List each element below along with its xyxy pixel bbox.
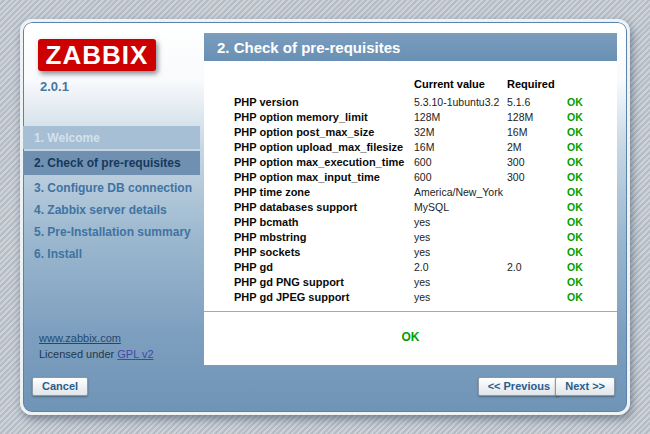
zabbix-logo: ZABBIX xyxy=(38,39,156,71)
cell-name: PHP gd xyxy=(234,261,414,273)
cancel-button[interactable]: Cancel xyxy=(32,377,88,396)
cell-name: PHP option upload_max_filesize xyxy=(234,141,414,153)
prerequisites-panel: Current value Required PHP version5.3.10… xyxy=(204,61,617,365)
prereq-row: PHP option upload_max_filesize16M2MOK xyxy=(204,139,617,154)
wizard-steps: 1. Welcome2. Check of pre-requisites3. C… xyxy=(23,126,200,265)
cell-name: PHP databases support xyxy=(234,201,414,213)
prereq-row: PHP time zoneAmerica/New_YorkOK xyxy=(204,184,617,199)
prereq-row: PHP bcmathyesOK xyxy=(204,214,617,229)
cell-name: PHP gd PNG support xyxy=(234,276,414,288)
cell-cur: MySQL xyxy=(414,201,507,213)
prereq-row: PHP version5.3.10-1ubuntu3.25.1.6OK xyxy=(204,94,617,109)
cell-st: OK xyxy=(567,156,617,168)
license-text: Licensed under xyxy=(39,348,117,360)
cell-name: PHP option max_execution_time xyxy=(234,156,414,168)
cell-st: OK xyxy=(567,201,617,213)
prereq-row: PHP gd2.02.0OK xyxy=(204,259,617,274)
step-title-bar: 2. Check of pre-requisites xyxy=(204,33,617,61)
page-title: 2. Check of pre-requisites xyxy=(217,39,400,56)
cell-req: 300 xyxy=(507,171,567,183)
cell-cur: 2.0 xyxy=(414,261,507,273)
sidebar-step-3: 3. Configure DB connection xyxy=(23,177,200,199)
cell-name: PHP version xyxy=(234,96,414,108)
prereq-row: PHP gd PNG supportyesOK xyxy=(204,274,617,289)
prereq-row: PHP option memory_limit128M128MOK xyxy=(204,109,617,124)
cell-name: PHP option post_max_size xyxy=(234,126,414,138)
cell-name: PHP time zone xyxy=(234,186,414,198)
next-button[interactable]: Next >> xyxy=(555,377,615,396)
cell-st: OK xyxy=(567,186,617,198)
cell-req: 2.0 xyxy=(507,261,567,273)
prereq-row: PHP gd JPEG supportyesOK xyxy=(204,289,617,304)
table-bottom-divider xyxy=(204,311,617,312)
cell-cur: yes xyxy=(414,216,507,228)
cell-st: OK xyxy=(567,246,617,258)
desktop-background: ZABBIX 2.0.1 1. Welcome2. Check of pre-r… xyxy=(0,0,650,434)
cell-req: 128M xyxy=(507,111,567,123)
cell-st: OK xyxy=(567,276,617,288)
cell-st: OK xyxy=(567,126,617,138)
sidebar-step-4: 4. Zabbix server details xyxy=(23,199,200,221)
cell-st: OK xyxy=(567,231,617,243)
sidebar-step-6: 6. Install xyxy=(23,243,200,265)
cell-name: PHP bcmath xyxy=(234,216,414,228)
cell-cur: 128M xyxy=(414,111,507,123)
prereq-row: PHP socketsyesOK xyxy=(204,244,617,259)
cell-st: OK xyxy=(567,96,617,108)
sidebar-step-2: 2. Check of pre-requisites xyxy=(23,151,200,175)
sidebar-step-1: 1. Welcome xyxy=(23,126,200,149)
prereq-rows: PHP version5.3.10-1ubuntu3.25.1.6OKPHP o… xyxy=(204,94,617,304)
cell-cur: yes xyxy=(414,231,507,243)
cell-st: OK xyxy=(567,171,617,183)
cell-name: PHP gd JPEG support xyxy=(234,291,414,303)
sidebar-step-5: 5. Pre-Installation summary xyxy=(23,221,200,243)
overall-status: OK xyxy=(204,330,617,344)
table-header-row: Current value Required xyxy=(204,76,617,91)
gpl-license-link[interactable]: GPL v2 xyxy=(117,348,153,360)
cell-st: OK xyxy=(567,291,617,303)
cell-cur: 32M xyxy=(414,126,507,138)
cell-cur: yes xyxy=(414,276,507,288)
prereq-row: PHP option post_max_size32M16MOK xyxy=(204,124,617,139)
cell-name: PHP option memory_limit xyxy=(234,111,414,123)
cell-cur: 16M xyxy=(414,141,507,153)
sidebar-links: www.zabbix.com Licensed under GPL v2 xyxy=(39,332,154,364)
cell-name: PHP sockets xyxy=(234,246,414,258)
prereq-row: PHP mbstringyesOK xyxy=(204,229,617,244)
zabbix-website-link[interactable]: www.zabbix.com xyxy=(39,332,121,344)
cell-cur: 600 xyxy=(414,171,507,183)
prereq-row: PHP option max_input_time600300OK xyxy=(204,169,617,184)
header-required: Required xyxy=(507,78,567,90)
cell-name: PHP mbstring xyxy=(234,231,414,243)
cell-req: 300 xyxy=(507,156,567,168)
cell-name: PHP option max_input_time xyxy=(234,171,414,183)
prereq-row: PHP option max_execution_time600300OK xyxy=(204,154,617,169)
cell-cur: 600 xyxy=(414,156,507,168)
version-label: 2.0.1 xyxy=(40,79,69,94)
cell-req: 16M xyxy=(507,126,567,138)
cell-cur: yes xyxy=(414,246,507,258)
cell-cur: America/New_York xyxy=(414,186,507,198)
setup-wizard-panel: ZABBIX 2.0.1 1. Welcome2. Check of pre-r… xyxy=(20,19,630,415)
cell-st: OK xyxy=(567,216,617,228)
cell-st: OK xyxy=(567,261,617,273)
cell-st: OK xyxy=(567,111,617,123)
cell-cur: yes xyxy=(414,291,507,303)
cell-cur: 5.3.10-1ubuntu3.2 xyxy=(414,96,507,108)
prereq-row: PHP databases supportMySQLOK xyxy=(204,199,617,214)
cell-req: 2M xyxy=(507,141,567,153)
cell-st: OK xyxy=(567,141,617,153)
header-current-value: Current value xyxy=(414,78,507,90)
previous-button[interactable]: << Previous xyxy=(478,377,560,396)
cell-req: 5.1.6 xyxy=(507,96,567,108)
